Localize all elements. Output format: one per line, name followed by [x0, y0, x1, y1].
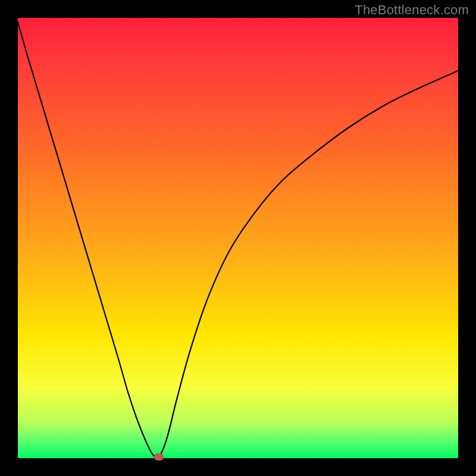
watermark-text: TheBottleneck.com	[355, 2, 469, 18]
bottleneck-curve	[18, 18, 458, 458]
curve-path	[18, 22, 458, 456]
chart-frame: TheBottleneck.com	[0, 0, 476, 476]
plot-area	[18, 18, 458, 458]
optimum-marker	[154, 453, 164, 461]
